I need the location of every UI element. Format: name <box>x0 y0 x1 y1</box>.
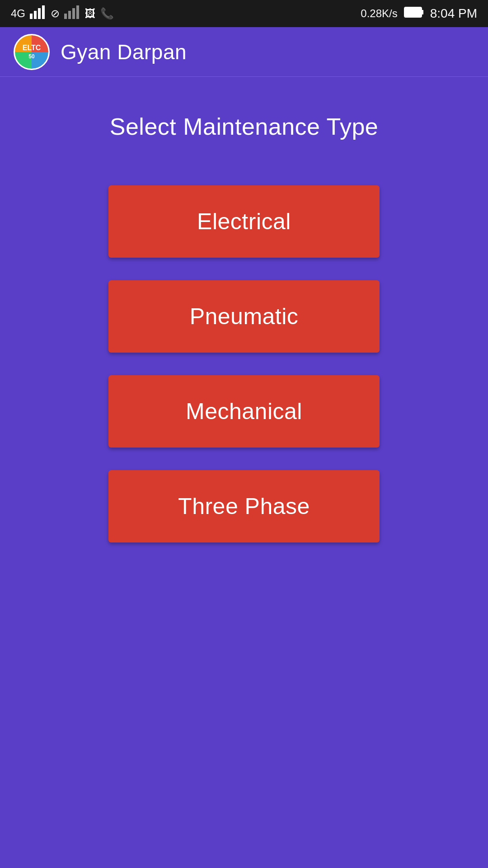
app-logo: ELTC50 <box>14 34 50 70</box>
svg-rect-9 <box>422 10 423 14</box>
svg-rect-8 <box>404 7 422 17</box>
pneumatic-button[interactable]: Pneumatic <box>108 280 380 353</box>
sim2-signal-icon <box>64 5 80 22</box>
network-icon: 4G <box>11 7 25 20</box>
current-time: 8:04 PM <box>430 6 477 21</box>
svg-rect-4 <box>64 14 67 19</box>
phone-icon: 📞 <box>100 7 114 20</box>
page-title: Select Maintenance Type <box>110 113 378 140</box>
svg-rect-5 <box>68 11 71 19</box>
svg-rect-2 <box>38 8 41 19</box>
status-left: 4G ⊘ 🖼 📞 <box>11 5 114 22</box>
buttons-container: Electrical Pneumatic Mechanical Three Ph… <box>0 185 488 542</box>
do-not-disturb-icon: ⊘ <box>51 7 60 20</box>
status-bar: 4G ⊘ 🖼 📞 0.28K/s <box>0 0 488 27</box>
svg-rect-7 <box>76 5 79 19</box>
svg-rect-0 <box>30 14 33 19</box>
app-bar: ELTC50 Gyan Darpan <box>0 27 488 77</box>
image-icon: 🖼 <box>85 7 96 20</box>
three-phase-button[interactable]: Three Phase <box>108 470 380 542</box>
logo-inner: ELTC50 <box>15 35 48 69</box>
network-speed: 0.28K/s <box>361 7 397 20</box>
svg-rect-1 <box>34 11 37 19</box>
svg-rect-6 <box>72 8 75 19</box>
battery-icon <box>404 7 424 20</box>
app-title: Gyan Darpan <box>61 40 187 64</box>
status-right: 0.28K/s 8:04 PM <box>361 6 477 21</box>
main-content: Select Maintenance Type Electrical Pneum… <box>0 77 488 868</box>
electrical-button[interactable]: Electrical <box>108 185 380 258</box>
signal-bars-icon <box>30 5 46 22</box>
mechanical-button[interactable]: Mechanical <box>108 375 380 448</box>
svg-rect-3 <box>42 5 45 19</box>
